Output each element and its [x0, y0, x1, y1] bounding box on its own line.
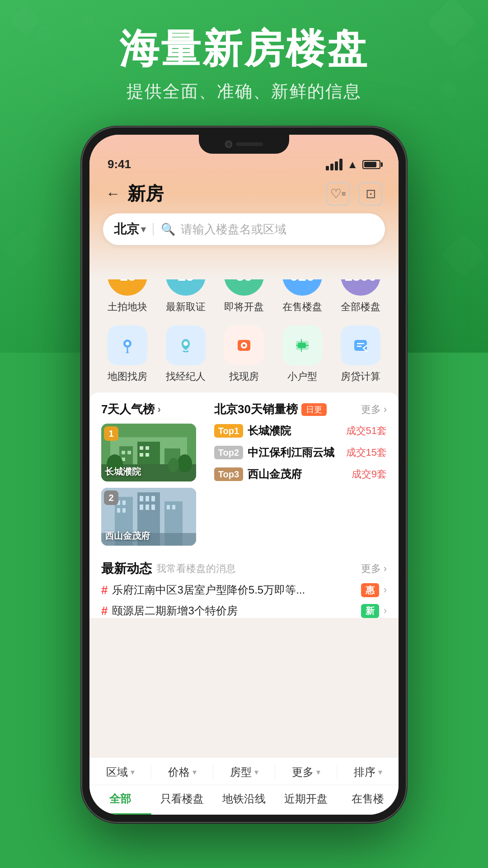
filter-sort-arrow: ▾ — [378, 767, 382, 777]
rank-card-2[interactable]: 2 西山金茂府 — [101, 488, 196, 546]
favorites-button[interactable]: ♡≡ — [326, 182, 350, 206]
sales-header: 北京30天销量榜 日更 更多 › — [214, 401, 387, 417]
sales-item-3[interactable]: Top3 西山金茂府 成交9套 — [214, 467, 387, 481]
filter-tab-sale[interactable]: 在售楼 — [337, 785, 399, 815]
sales-title: 北京30天销量榜 — [214, 401, 298, 417]
svg-rect-40 — [140, 496, 143, 501]
filter-type[interactable]: 房型 ▾ — [213, 765, 275, 779]
search-icon: 🔍 — [161, 222, 175, 236]
filter-tab-soon[interactable]: 近期开盘 — [275, 785, 337, 815]
messages-button[interactable]: ⊡ — [359, 182, 382, 206]
rank-badge-2: 2 — [104, 491, 118, 505]
svg-rect-39 — [122, 508, 126, 513]
action-ready[interactable]: 找现房 — [219, 326, 269, 383]
back-button[interactable]: ← — [106, 185, 120, 202]
search-input[interactable]: 请输入楼盘名或区域 — [181, 222, 286, 237]
filter-bar: 区域 ▾ 价格 ▾ 房型 ▾ 更多 ▾ — [89, 757, 399, 815]
news-arrow-1: › — [384, 584, 387, 596]
svg-point-1 — [126, 342, 129, 345]
svg-rect-37 — [122, 500, 126, 505]
svg-rect-44 — [145, 505, 149, 510]
action-agent[interactable]: 找经纪人 — [161, 326, 211, 383]
news-header: 最新动态 我常看楼盘的消息 更多 › — [101, 560, 387, 577]
svg-point-3 — [183, 341, 188, 346]
svg-rect-25 — [140, 446, 143, 450]
action-icon-map — [108, 326, 147, 365]
news-section: 最新动态 我常看楼盘的消息 更多 › # 乐府江南中区3居室户型降价5.5万即等… — [89, 557, 399, 618]
cat-label-land: 土拍地块 — [108, 300, 147, 314]
nav-right: ♡≡ ⊡ — [326, 182, 382, 206]
sales-count-2: 成交15套 — [346, 446, 387, 459]
action-label-ready: 找现房 — [229, 370, 259, 383]
popularity-arrow[interactable]: › — [157, 404, 160, 415]
sales-item-2[interactable]: Top2 中江保利江雨云城 成交15套 — [214, 445, 387, 460]
svg-rect-23 — [127, 451, 131, 454]
notch — [199, 135, 289, 154]
sales-count-3: 成交9套 — [352, 467, 387, 481]
filter-price[interactable]: 价格 ▾ — [151, 765, 213, 779]
news-hash-2: # — [101, 604, 108, 618]
status-icons: ▲ — [326, 158, 380, 171]
cat-label-open: 即将开盘 — [224, 300, 264, 314]
wifi-icon: ▲ — [347, 158, 358, 171]
news-more[interactable]: 更多 › — [361, 562, 387, 576]
hero-section: 海量新房楼盘 提供全面、准确、新鲜的信息 — [0, 27, 488, 103]
svg-rect-46 — [167, 505, 170, 509]
filter-tab-buildings[interactable]: 只看楼盘 — [151, 785, 213, 815]
hero-subtitle: 提供全面、准确、新鲜的信息 — [0, 80, 488, 103]
svg-rect-41 — [145, 496, 149, 501]
svg-point-30 — [178, 454, 192, 472]
action-small[interactable]: 小户型 — [277, 326, 327, 383]
action-icon-ready — [224, 326, 264, 365]
filter-sort[interactable]: 排序 ▾ — [337, 765, 399, 779]
news-subtitle: 我常看楼盘的消息 — [156, 562, 236, 576]
filter-type-arrow: ▾ — [254, 767, 258, 777]
news-text-1: 乐府江南中区3居室户型降价5.5万即等... — [112, 583, 356, 597]
sales-more[interactable]: 更多 › — [361, 403, 387, 416]
sales-badge-1: Top1 — [214, 424, 243, 438]
phone-screen: 9:41 ▲ ← 新房 — [89, 135, 399, 815]
svg-point-2 — [125, 352, 130, 354]
search-bar[interactable]: 北京 ▾ 🔍 请输入楼盘名或区域 — [103, 213, 385, 245]
status-time: 9:41 — [108, 157, 131, 171]
content-section: 7天人气榜 › 1 长城濮院 — [89, 392, 399, 557]
city-dropdown-arrow: ▾ — [141, 224, 145, 235]
search-divider — [153, 223, 154, 236]
action-icon-small — [282, 326, 322, 365]
news-badge-1: 惠 — [361, 583, 379, 597]
filter-top: 区域 ▾ 价格 ▾ 房型 ▾ 更多 ▾ — [89, 758, 399, 785]
nav-left: ← 新房 — [106, 181, 164, 206]
city-name: 北京 — [114, 221, 139, 238]
filter-area[interactable]: 区域 ▾ — [89, 765, 151, 779]
sales-rank: 北京30天销量榜 日更 更多 › Top1 长城濮院 成交51套 Top2 中江… — [205, 401, 387, 552]
svg-rect-38 — [117, 508, 120, 513]
filter-more[interactable]: 更多 ▾ — [275, 765, 337, 779]
rank-card-1[interactable]: 1 长城濮院 — [101, 424, 196, 481]
filter-tab-subway[interactable]: 地铁沿线 — [213, 785, 275, 815]
action-loan[interactable]: 房贷计算 — [336, 326, 385, 383]
action-map[interactable]: 地图找房 — [103, 326, 152, 383]
sales-count-1: 成交51套 — [346, 424, 387, 438]
hero-title: 海量新房楼盘 — [0, 27, 488, 71]
svg-rect-42 — [151, 496, 155, 501]
filter-more-arrow: ▾ — [316, 767, 320, 777]
phone-wrapper: 9:41 ▲ ← 新房 — [81, 127, 407, 823]
city-selector[interactable]: 北京 ▾ — [114, 221, 145, 238]
sales-name-2: 中江保利江雨云城 — [248, 445, 342, 460]
notch-camera — [225, 141, 232, 148]
sales-name-1: 长城濮院 — [248, 424, 342, 438]
page-title: 新房 — [127, 181, 164, 206]
action-icon-agent — [166, 326, 206, 365]
rank-name-1: 长城濮院 — [105, 466, 141, 478]
popularity-title: 7天人气榜 › — [101, 401, 205, 417]
sales-tag: 日更 — [301, 403, 327, 416]
news-title: 最新动态 — [101, 560, 152, 577]
svg-point-6 — [243, 344, 245, 347]
sales-item-1[interactable]: Top1 长城濮院 成交51套 — [214, 424, 387, 438]
action-icon-loan — [341, 326, 380, 365]
filter-tab-all[interactable]: 全部 — [89, 785, 151, 815]
action-label-agent: 找经纪人 — [166, 370, 206, 383]
news-item-2[interactable]: # 颐源居二期新增3个特价房 新 › — [101, 604, 387, 618]
svg-point-31 — [168, 458, 179, 472]
news-item-1[interactable]: # 乐府江南中区3居室户型降价5.5万即等... 惠 › — [101, 583, 387, 597]
